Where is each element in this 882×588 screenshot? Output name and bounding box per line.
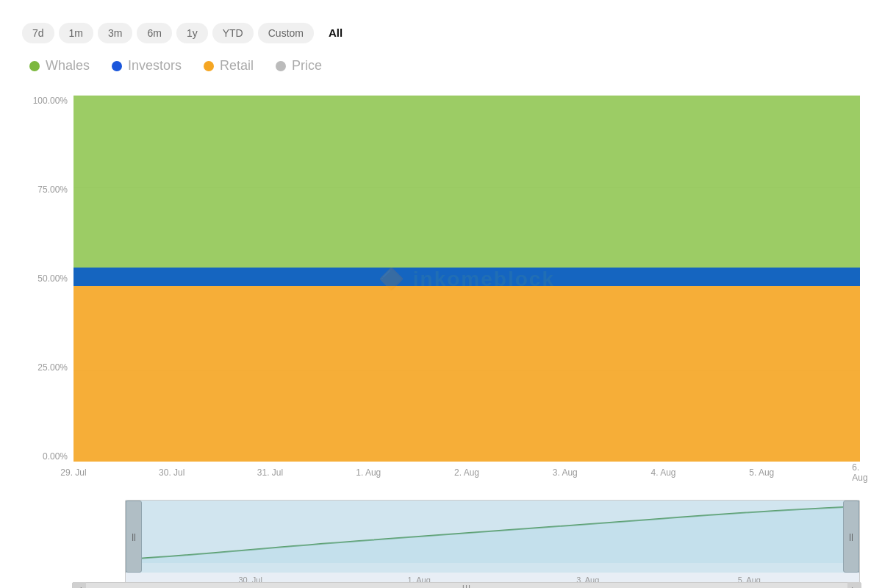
legend-label-retail: Retail xyxy=(220,58,254,74)
y-axis-label: 25.00% xyxy=(37,362,68,373)
x-axis-label: 31. Jul xyxy=(257,467,283,478)
x-axis-label: 1. Aug xyxy=(356,467,381,478)
time-btn-1m[interactable]: 1m xyxy=(59,23,93,43)
legend-dot-whales xyxy=(29,61,40,71)
time-btn-3m[interactable]: 3m xyxy=(98,23,132,43)
legend-label-whales: Whales xyxy=(46,58,90,74)
x-axis-label: 3. Aug xyxy=(553,467,578,478)
x-axis: 29. Jul30. Jul31. Jul1. Aug2. Aug3. Aug4… xyxy=(74,462,860,484)
chart-wrapper: 100.00%75.00%50.00%25.00%0.00% xyxy=(22,96,860,573)
chart-plot: 🔶 inkomeblock xyxy=(74,96,860,462)
time-range-bar: 7d1m3m6m1yYTDCustomAll xyxy=(22,22,860,43)
chart-main: 100.00%75.00%50.00%25.00%0.00% xyxy=(22,96,860,484)
navigator: 30. Jul1. Aug3. Aug5. Aug || || xyxy=(125,500,860,588)
legend-item-retail[interactable]: Retail xyxy=(204,58,254,74)
navigator-container: 30. Jul1. Aug3. Aug5. Aug || || ◄ ||| ► xyxy=(74,492,860,573)
legend-label-investors: Investors xyxy=(128,58,182,74)
navigator-handle-left[interactable]: || xyxy=(126,501,142,573)
investors-band xyxy=(74,268,860,286)
x-axis-label: 30. Jul xyxy=(159,467,184,478)
chart-area: 🔶 inkomeblock 29. Jul30. Jul31. Jul1. Au… xyxy=(74,96,860,484)
x-axis-label: 5. Aug xyxy=(749,467,774,478)
y-axis-label: 100.00% xyxy=(33,96,68,106)
navigator-scrollbar[interactable]: ◄ ||| ► xyxy=(72,582,861,588)
time-btn-6m[interactable]: 6m xyxy=(137,23,171,43)
whales-band xyxy=(74,96,860,268)
x-axis-label: 4. Aug xyxy=(650,467,675,478)
retail-band xyxy=(74,286,860,462)
navigator-handle-right[interactable]: || xyxy=(843,501,859,573)
time-btn-ytd[interactable]: YTD xyxy=(212,23,254,43)
time-btn-7d[interactable]: 7d xyxy=(22,23,54,43)
legend-dot-price xyxy=(276,61,286,71)
legend-item-price[interactable]: Price xyxy=(276,58,322,74)
legend-item-investors[interactable]: Investors xyxy=(112,58,182,74)
y-axis-label: 0.00% xyxy=(43,451,68,462)
scroll-thumb[interactable]: ||| xyxy=(462,584,471,588)
navigator-svg xyxy=(126,501,859,563)
legend-item-whales[interactable]: Whales xyxy=(29,58,90,74)
y-axis: 100.00%75.00%50.00%25.00%0.00% xyxy=(22,96,74,484)
app-container: 7d1m3m6m1yYTDCustomAll WhalesInvestorsRe… xyxy=(0,0,882,588)
y-axis-label: 50.00% xyxy=(37,273,68,284)
x-axis-label: 6. Aug xyxy=(852,462,867,483)
time-btn-1y[interactable]: 1y xyxy=(176,23,208,43)
legend-dot-investors xyxy=(112,61,122,71)
legend-label-price: Price xyxy=(292,58,322,74)
time-btn-custom[interactable]: Custom xyxy=(258,23,314,43)
navigator-inner xyxy=(126,501,859,563)
y-axis-label: 75.00% xyxy=(37,184,68,195)
time-btn-all[interactable]: All xyxy=(318,22,353,43)
legend: WhalesInvestorsRetailPrice xyxy=(22,58,860,74)
scroll-left-button[interactable]: ◄ xyxy=(73,582,86,588)
scroll-right-button[interactable]: ► xyxy=(847,582,861,588)
x-axis-label: 29. Jul xyxy=(60,467,86,478)
x-axis-label: 2. Aug xyxy=(454,467,479,478)
legend-dot-retail xyxy=(204,61,214,71)
